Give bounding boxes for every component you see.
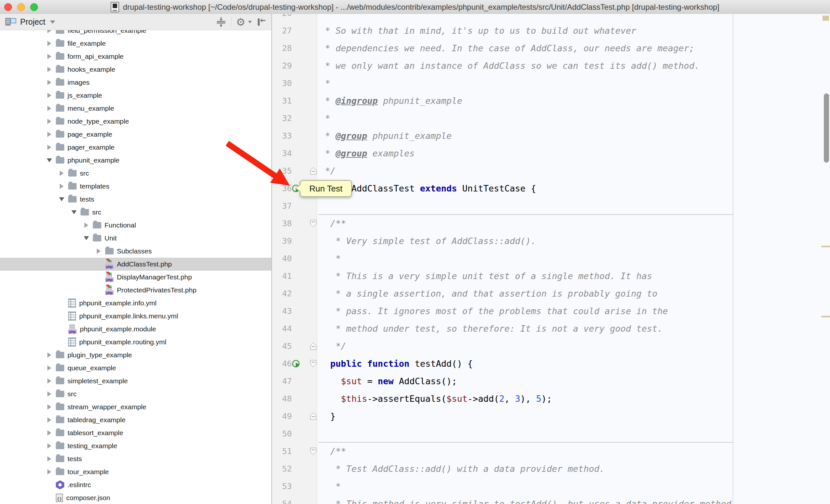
- chevron-collapsed-icon[interactable]: [45, 430, 53, 436]
- chevron-down-icon[interactable]: [248, 21, 252, 23]
- minimize-window-button[interactable]: [17, 3, 25, 11]
- hide-panel-icon[interactable]: [256, 16, 267, 28]
- tree-item-label: testing_example: [67, 442, 117, 450]
- chevron-collapsed-icon[interactable]: [45, 106, 53, 111]
- chevron-collapsed-icon[interactable]: [45, 378, 53, 383]
- chevron-collapsed-icon[interactable]: [45, 41, 53, 46]
- tree-item-tablesort_example[interactable]: tablesort_example: [0, 427, 272, 439]
- code-line-26: 26: [272, 14, 830, 22]
- tree-item-tour_example[interactable]: tour_example: [0, 465, 272, 478]
- run-test-gutter-icon[interactable]: [292, 360, 300, 368]
- collapse-all-icon[interactable]: [216, 16, 227, 28]
- project-panel-title[interactable]: Project: [20, 17, 45, 27]
- folder-icon: [93, 235, 101, 241]
- folder-icon: [56, 430, 64, 436]
- chevron-collapsed-icon[interactable]: [45, 67, 53, 72]
- chevron-collapsed-icon[interactable]: [45, 145, 53, 150]
- chevron-collapsed-icon[interactable]: [45, 352, 53, 358]
- tree-item-src[interactable]: src: [0, 206, 272, 219]
- folder-icon: [56, 404, 64, 410]
- tree-item-node_type_example[interactable]: node_type_example: [0, 115, 272, 128]
- close-window-button[interactable]: [4, 3, 12, 11]
- code-line-34: 34 * @group examples: [272, 145, 830, 162]
- chevron-collapsed-icon[interactable]: [45, 54, 53, 59]
- editor-scrollbar-thumb[interactable]: [824, 94, 829, 163]
- tree-item-simpletest_example[interactable]: simpletest_example: [0, 374, 272, 388]
- tree-item-phpunit_example[interactable]: phpunit_example: [0, 154, 272, 167]
- chevron-expanded-icon[interactable]: [58, 197, 66, 201]
- chevron-collapsed-icon[interactable]: [45, 80, 53, 85]
- tree-item-js_example[interactable]: js_example: [0, 89, 272, 102]
- tree-item-file_example[interactable]: file_example: [0, 37, 272, 50]
- chevron-collapsed-icon[interactable]: [45, 469, 53, 474]
- tree-item-templates[interactable]: templates: [0, 180, 272, 193]
- tree-item-Unit[interactable]: Unit: [0, 232, 272, 245]
- chevron-collapsed-icon[interactable]: [58, 184, 66, 189]
- tree-item-tests[interactable]: tests: [0, 452, 272, 465]
- tree-item-phpunit_example.routing.yml[interactable]: phpunit_example.routing.yml: [0, 336, 272, 348]
- chevron-collapsed-icon[interactable]: [45, 93, 53, 98]
- tree-item-Subclasses[interactable]: Subclasses: [0, 245, 272, 258]
- code-editor[interactable]: 2627 * So with that in mind, it's up to …: [272, 14, 830, 504]
- tree-item-images[interactable]: images: [0, 76, 272, 89]
- yml-icon: [68, 311, 76, 321]
- chevron-collapsed-icon[interactable]: [45, 392, 53, 397]
- tree-item-pager_example[interactable]: pager_example: [0, 141, 272, 154]
- chevron-expanded-icon[interactable]: [45, 158, 53, 162]
- zoom-window-button[interactable]: [30, 3, 38, 11]
- chevron-collapsed-icon[interactable]: [45, 132, 53, 137]
- tree-item-phpunit_example.module[interactable]: phpphpunit_example.module: [0, 323, 272, 336]
- tree-item-src[interactable]: src: [0, 388, 272, 401]
- code-line-51: 51 /**: [272, 443, 830, 460]
- chevron-collapsed-icon[interactable]: [45, 456, 53, 462]
- line-number: 41: [272, 267, 292, 285]
- tree-item-menu_example[interactable]: menu_example: [0, 102, 272, 115]
- tree-item-AddClassTest.php[interactable]: phpAddClassTest.php: [0, 258, 272, 271]
- tree-item-label: hooks_example: [67, 66, 115, 73]
- tree-item-plugin_type_example[interactable]: plugin_type_example: [0, 348, 272, 362]
- code-text: * @group phpunit_example: [320, 127, 451, 145]
- chevron-collapsed-icon[interactable]: [95, 248, 103, 254]
- tree-item-tests[interactable]: tests: [0, 193, 272, 206]
- code-token: ,: [504, 394, 515, 404]
- chevron-collapsed-icon[interactable]: [45, 404, 53, 409]
- settings-gear-icon[interactable]: ⚙: [236, 17, 246, 27]
- tree-item-label: tour_example: [67, 468, 109, 476]
- tree-item-DisplayManagerTest.php[interactable]: phpDisplayManagerTest.php: [0, 271, 272, 283]
- error-stripe-status-block[interactable]: [823, 15, 829, 21]
- tree-item-form_api_example[interactable]: form_api_example: [0, 50, 272, 63]
- tree-item-composer.json[interactable]: {}composer.json: [0, 491, 272, 504]
- folder-icon: [56, 118, 64, 125]
- chevron-collapsed-icon[interactable]: [45, 365, 53, 371]
- line-number: 35: [272, 162, 292, 180]
- line-number: 38: [272, 215, 292, 232]
- tree-item-tabledrag_example[interactable]: tabledrag_example: [0, 413, 272, 427]
- tree-item-queue_example[interactable]: queue_example: [0, 362, 272, 374]
- chevron-expanded-icon[interactable]: [70, 210, 78, 214]
- chevron-expanded-icon[interactable]: [83, 236, 90, 240]
- tree-item-phpunit_example.links.menu.yml[interactable]: phpunit_example.links.menu.yml: [0, 310, 272, 323]
- tree-item-.eslintrc[interactable]: .eslintrc: [0, 478, 272, 491]
- chevron-collapsed-icon[interactable]: [45, 119, 53, 124]
- code-line-45: 45 */: [272, 337, 830, 355]
- chevron-down-icon[interactable]: [50, 21, 55, 24]
- chevron-collapsed-icon[interactable]: [58, 171, 66, 176]
- tree-item-ProtectedPrivatesTest.php[interactable]: phpProtectedPrivatesTest.php: [0, 283, 272, 297]
- chevron-collapsed-icon[interactable]: [83, 223, 90, 228]
- tree-item-Functional[interactable]: Functional: [0, 219, 272, 232]
- tree-item-testing_example[interactable]: testing_example: [0, 439, 272, 452]
- tree-item-phpunit_example.info.yml[interactable]: phpunit_example.info.yml: [0, 297, 272, 310]
- error-stripe-mark[interactable]: [821, 316, 830, 317]
- chevron-collapsed-icon[interactable]: [45, 443, 53, 448]
- chevron-collapsed-icon[interactable]: [45, 417, 53, 423]
- panel-editor-divider[interactable]: [272, 14, 272, 504]
- folder-icon: [56, 40, 64, 47]
- tree-item-page_example[interactable]: page_example: [0, 128, 272, 141]
- line-number: 39: [272, 232, 292, 250]
- code-token: extends: [420, 183, 457, 194]
- tree-item-src[interactable]: src: [0, 167, 272, 180]
- tree-item-stream_wrapper_example[interactable]: stream_wrapper_example: [0, 401, 272, 413]
- run-test-tooltip[interactable]: Run Test: [300, 180, 352, 197]
- error-stripe-mark[interactable]: [821, 246, 830, 247]
- tree-item-hooks_example[interactable]: hooks_example: [0, 63, 272, 76]
